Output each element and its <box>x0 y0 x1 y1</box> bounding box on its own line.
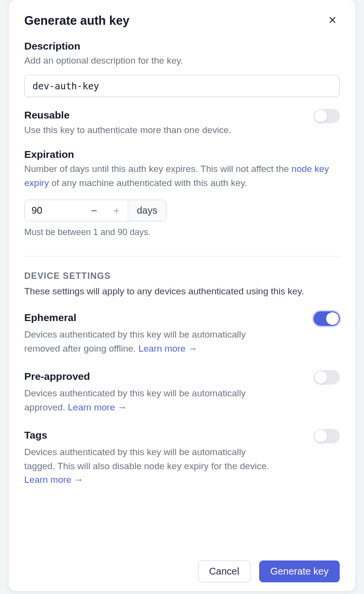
modal-title: Generate auth key <box>24 14 130 28</box>
toggle-knob <box>314 371 327 384</box>
preapproved-label: Pre-approved <box>24 371 90 382</box>
modal-header: Generate auth key <box>24 13 340 29</box>
description-section: Description Add an optional description … <box>24 40 340 97</box>
description-label: Description <box>24 40 340 52</box>
close-button[interactable] <box>325 13 340 29</box>
tags-toggle[interactable] <box>314 429 340 443</box>
expiration-label: Expiration <box>24 149 340 160</box>
toggle-knob <box>314 110 327 122</box>
expiration-hint-post: of any machine authenticated with this a… <box>49 178 247 188</box>
generate-auth-key-modal: Generate auth key Description Add an opt… <box>9 0 355 591</box>
ephemeral-label: Ephemeral <box>24 312 76 323</box>
expiration-hint: Number of days until this auth key expir… <box>24 162 340 190</box>
preapproved-toggle[interactable] <box>314 370 340 385</box>
plus-icon <box>112 206 121 215</box>
device-settings-heading: DEVICE SETTINGS <box>24 271 340 281</box>
ephemeral-description: Devices authenticated by this key will b… <box>24 328 272 356</box>
device-settings-intro: These settings will apply to any devices… <box>24 286 340 297</box>
preapproved-learn-more-link[interactable]: Learn more → <box>68 402 127 412</box>
expiration-unit-label: days <box>128 200 166 221</box>
ephemeral-desc-text: Devices authenticated by this key will b… <box>24 329 246 354</box>
preapproved-description: Devices authenticated by this key will b… <box>24 387 272 414</box>
tags-label: Tags <box>24 429 47 441</box>
toggle-knob <box>326 312 339 325</box>
reusable-label: Reusable <box>24 109 69 121</box>
description-hint: Add an optional description for the key. <box>24 54 340 68</box>
tags-description: Devices authenticated by this key will b… <box>24 445 272 487</box>
toggle-knob <box>314 430 327 442</box>
description-input[interactable] <box>24 75 340 97</box>
expiration-section: Expiration Number of days until this aut… <box>24 149 340 238</box>
close-icon <box>327 15 338 25</box>
preapproved-desc-text: Devices authenticated by this key will b… <box>24 388 246 412</box>
device-settings-section: DEVICE SETTINGS These settings will appl… <box>24 271 340 502</box>
generate-key-button[interactable]: Generate key <box>259 560 340 582</box>
decrement-button[interactable] <box>83 200 105 221</box>
expiration-stepper: days <box>24 200 166 221</box>
cancel-button[interactable]: Cancel <box>198 560 250 582</box>
ephemeral-section: Ephemeral Devices authenticated by this … <box>24 311 340 356</box>
expiration-hint-pre: Number of days until this auth key expir… <box>24 164 292 174</box>
ephemeral-learn-more-link[interactable]: Learn more → <box>138 343 197 354</box>
ephemeral-toggle[interactable] <box>314 311 340 326</box>
divider <box>24 256 340 256</box>
reusable-toggle[interactable] <box>314 109 340 123</box>
modal-footer: Cancel Generate key <box>24 556 340 582</box>
tags-desc-text: Devices authenticated by this key will b… <box>24 447 269 471</box>
reusable-hint: Use this key to authenticate more than o… <box>24 123 340 137</box>
tags-section: Tags Devices authenticated by this key w… <box>24 429 340 487</box>
increment-button[interactable] <box>105 200 128 221</box>
tags-learn-more-link[interactable]: Learn more → <box>24 475 83 485</box>
reusable-section: Reusable Use this key to authenticate mo… <box>24 109 340 137</box>
minus-icon <box>90 206 99 215</box>
expiration-constraint: Must be between 1 and 90 days. <box>24 227 340 238</box>
preapproved-section: Pre-approved Devices authenticated by th… <box>24 370 340 414</box>
expiration-value-input[interactable] <box>25 200 83 221</box>
